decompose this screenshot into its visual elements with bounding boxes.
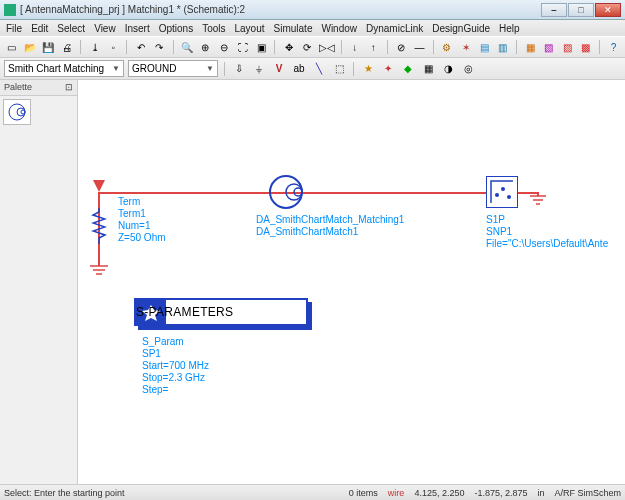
sparam-block[interactable]: S-PARAMETERS (134, 298, 308, 326)
menu-tools[interactable]: Tools (202, 23, 225, 34)
rotate-icon[interactable]: ⟳ (300, 39, 315, 55)
svg-marker-7 (93, 180, 105, 192)
palette-item-smith[interactable] (3, 99, 31, 125)
menubar: File Edit Select View Insert Options Too… (0, 20, 625, 36)
close-button[interactable]: ✕ (595, 3, 621, 17)
menu-window[interactable]: Window (321, 23, 357, 34)
lib3-icon[interactable]: ▨ (560, 39, 575, 55)
undo-icon[interactable]: ↶ (133, 39, 148, 55)
menu-select[interactable]: Select (57, 23, 85, 34)
print-icon[interactable]: 🖨 (60, 39, 75, 55)
svg-point-2 (21, 110, 25, 114)
sim-icon[interactable]: ⚙ (440, 39, 455, 55)
tb3-icon[interactable]: ◆ (400, 61, 416, 77)
status-context: A/RF SimSchem (554, 488, 621, 498)
svg-point-10 (294, 188, 302, 196)
palette-header: Palette ⊡ (0, 80, 77, 96)
pop-icon[interactable]: ↑ (366, 39, 381, 55)
wire (98, 192, 518, 194)
redo-icon[interactable]: ↷ (152, 39, 167, 55)
zoom-area-icon[interactable]: 🔍 (179, 39, 194, 55)
zoom-fit-icon[interactable]: ⛶ (235, 39, 250, 55)
tb5-icon[interactable]: ◑ (440, 61, 456, 77)
palette-title: Palette (4, 82, 32, 93)
menu-help[interactable]: Help (499, 23, 520, 34)
menu-layout[interactable]: Layout (235, 23, 265, 34)
menu-simulate[interactable]: Simulate (274, 23, 313, 34)
menu-options[interactable]: Options (159, 23, 193, 34)
status-coord1: 4.125, 2.250 (414, 488, 464, 498)
zoom-sel-icon[interactable]: ▣ (254, 39, 269, 55)
status-hint: Select: Enter the starting point (4, 488, 125, 498)
help-icon[interactable]: ? (606, 39, 621, 55)
open-icon[interactable]: 📂 (23, 39, 38, 55)
zoom-out-icon[interactable]: ⊖ (217, 39, 232, 55)
status-coord2: -1.875, 2.875 (474, 488, 527, 498)
status-items: 0 items (349, 488, 378, 498)
part-combo-value: GROUND (132, 63, 176, 74)
menu-designguide[interactable]: DesignGuide (432, 23, 490, 34)
deactivate-icon[interactable]: ⊘ (394, 39, 409, 55)
menu-edit[interactable]: Edit (31, 23, 48, 34)
menu-file[interactable]: File (6, 23, 22, 34)
node-icon[interactable]: ◦ (106, 39, 121, 55)
s1p-name: SNP1 (486, 226, 512, 238)
app-icon (4, 4, 16, 16)
menu-insert[interactable]: Insert (125, 23, 150, 34)
part-combo[interactable]: GROUND▼ (128, 60, 218, 77)
var-icon[interactable]: V (271, 61, 287, 77)
place-icon[interactable]: ⇩ (231, 61, 247, 77)
ground-icon[interactable]: ⏚ (251, 61, 267, 77)
maximize-button[interactable]: □ (568, 3, 594, 17)
palette-combo[interactable]: Smith Chart Matching▼ (4, 60, 124, 77)
tune-icon[interactable]: ✶ (458, 39, 473, 55)
tb6-icon[interactable]: ◎ (460, 61, 476, 77)
name-icon[interactable]: ab (291, 61, 307, 77)
dds-icon[interactable]: ▤ (477, 39, 492, 55)
window-title: [ AntennaMatching_prj ] Matching1 * (Sch… (20, 4, 541, 15)
sparam-box-label: S-PARAMETERS (136, 305, 233, 319)
term-label: Term (118, 196, 140, 208)
pan-icon[interactable]: ✥ (281, 39, 296, 55)
short-icon[interactable]: — (412, 39, 427, 55)
wire-icon[interactable]: ╲ (311, 61, 327, 77)
zoom-in-icon[interactable]: ⊕ (198, 39, 213, 55)
smithchart-component[interactable] (266, 172, 306, 212)
da-line2: DA_SmithChartMatch1 (256, 226, 358, 238)
s1p-icon (487, 177, 517, 207)
save-icon[interactable]: 💾 (41, 39, 56, 55)
ground-icon (88, 262, 110, 276)
window-buttons: ‒ □ ✕ (541, 3, 621, 17)
lib1-icon[interactable]: ▦ (523, 39, 538, 55)
tb1-icon[interactable]: ★ (360, 61, 376, 77)
port-icon (93, 180, 105, 194)
menu-dynamiclink[interactable]: DynamicLink (366, 23, 423, 34)
end-icon[interactable]: ⤓ (87, 39, 102, 55)
data-icon[interactable]: ▥ (495, 39, 510, 55)
lib4-icon[interactable]: ▩ (579, 39, 594, 55)
tb4-icon[interactable]: ▦ (420, 61, 436, 77)
statusbar: Select: Enter the starting point 0 items… (0, 484, 625, 500)
term-z: Z=50 Ohm (118, 232, 166, 244)
lib2-icon[interactable]: ▧ (542, 39, 557, 55)
new-icon[interactable]: ▭ (4, 39, 19, 55)
palette-combo-value: Smith Chart Matching (8, 63, 104, 74)
tb2-icon[interactable]: ✦ (380, 61, 396, 77)
schematic-canvas[interactable]: Term Term1 Num=1 Z=50 Ohm DA_SmithChartM… (78, 80, 625, 484)
da-line1: DA_SmithChartMatch_Matching1 (256, 214, 404, 226)
term-num: Num=1 (118, 220, 151, 232)
push-icon[interactable]: ↓ (347, 39, 362, 55)
minimize-button[interactable]: ‒ (541, 3, 567, 17)
menu-view[interactable]: View (94, 23, 116, 34)
workarea: Palette ⊡ Term Term1 Num=1 Z=50 Ohm (0, 80, 625, 484)
sparam-step: Step= (142, 384, 168, 396)
sparam-start: Start=700 MHz (142, 360, 209, 372)
toolbar-secondary: Smith Chart Matching▼ GROUND▼ ⇩ ⏚ V ab ╲… (0, 58, 625, 80)
label-icon[interactable]: ⬚ (331, 61, 347, 77)
palette-pin-icon[interactable]: ⊡ (65, 82, 73, 93)
term-name: Term1 (118, 208, 146, 220)
s1p-component[interactable] (486, 176, 518, 208)
smith-icon (7, 102, 27, 122)
mirror-icon[interactable]: ▷◁ (319, 39, 335, 55)
term-symbol[interactable] (91, 208, 107, 244)
